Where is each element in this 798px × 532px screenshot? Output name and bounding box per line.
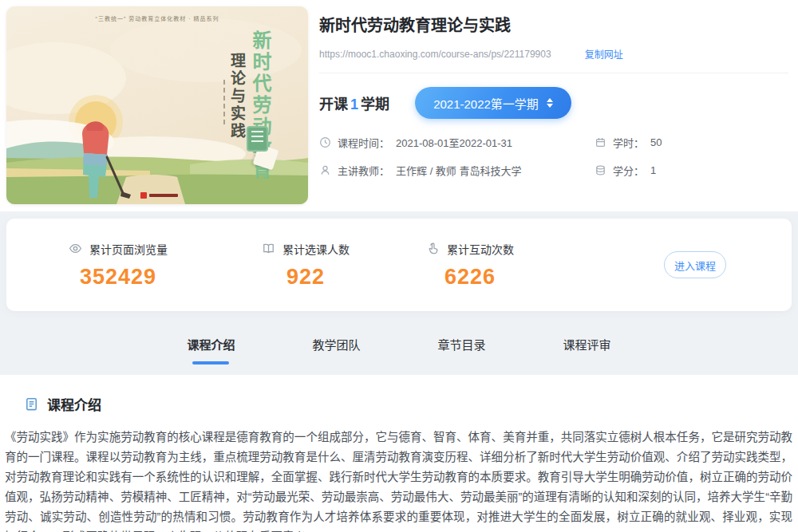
course-title: 新时代劳动教育理论与实践 xyxy=(319,0,788,36)
meta-credit: 学分：1 xyxy=(595,163,788,178)
semester-prefix: 开课 xyxy=(319,97,348,112)
clock-icon xyxy=(319,136,331,148)
tab-course-review[interactable]: 课程评审 xyxy=(563,336,611,365)
credit-label: 学分： xyxy=(613,163,644,178)
course-url: https://mooc1.chaoxing.com/course-ans/ps… xyxy=(319,49,551,60)
course-url-row: https://mooc1.chaoxing.com/course-ans/ps… xyxy=(319,47,788,61)
course-cover-image: “三教统一” 劳动教育立体化教材 · 精品系列 新时代劳动教育 理论与实践 xyxy=(6,6,308,204)
stat-enrolled: 累计选课人数 922 xyxy=(262,241,350,290)
eye-icon xyxy=(69,242,82,255)
stat-value: 352429 xyxy=(80,265,156,290)
course-info: 新时代劳动教育理论与实践 https://mooc1.chaoxing.com/… xyxy=(319,0,788,178)
stats-and-tabs-section: 累计页面浏览量 352429 累计选课人数 922 累计互动次数 6226 进入… xyxy=(0,211,798,375)
stat-label: 累计互动次数 xyxy=(447,241,514,257)
document-icon xyxy=(24,396,39,412)
book-icon xyxy=(262,242,275,255)
semester-suffix: 学期 xyxy=(361,97,389,112)
stat-enrolled-labelrow: 累计选课人数 xyxy=(262,241,350,257)
course-header: “三教统一” 劳动教育立体化教材 · 精品系列 新时代劳动教育 理论与实践 新时… xyxy=(0,0,798,211)
enter-course-button[interactable]: 进入课程 xyxy=(664,251,726,278)
stat-label: 累计选课人数 xyxy=(282,241,350,257)
semester-select[interactable]: 2021-2022第一学期 xyxy=(415,87,571,119)
tab-chapter-list[interactable]: 章节目录 xyxy=(438,336,486,365)
course-intro-section: 课程介绍 《劳动实践》作为实施劳动教育的核心课程是德育教育的一个组成部分，它与德… xyxy=(0,375,798,532)
course-time-value: 2021-08-01至2022-01-31 xyxy=(396,135,512,150)
stat-value: 922 xyxy=(286,265,325,290)
semester-row: 开课1学期 2021-2022第一学期 xyxy=(319,87,788,119)
cover-publisher-seal xyxy=(247,126,268,152)
stat-label: 累计页面浏览量 xyxy=(89,241,168,257)
stat-page-views: 累计页面浏览量 352429 xyxy=(69,241,168,290)
stats-card: 累计页面浏览量 352429 累计选课人数 922 累计互动次数 6226 进入… xyxy=(6,219,792,311)
meta-course-time: 课程时间：2021-08-01至2022-01-31 xyxy=(319,135,595,150)
meta-teacher: 主讲教师：王作辉 / 教师 青岛科技大学 xyxy=(319,163,595,178)
cover-author-line xyxy=(223,80,225,124)
cover-publisher-logo xyxy=(140,192,178,199)
tab-teaching-team[interactable]: 教学团队 xyxy=(312,336,360,365)
teacher-value: 王作辉 / 教师 青岛科技大学 xyxy=(396,163,521,178)
course-time-label: 课程时间： xyxy=(338,135,389,150)
teacher-label: 主讲教师： xyxy=(338,163,389,178)
stat-interactions-labelrow: 累计互动次数 xyxy=(426,241,514,257)
intro-paragraph: 《劳动实践》作为实施劳动教育的核心课程是德育教育的一个组成部分，它与德育、智育、… xyxy=(5,428,792,532)
course-tabs: 课程介绍 教学团队 章节目录 课程评审 xyxy=(6,336,792,365)
semester-count: 1 xyxy=(348,97,361,112)
credit-value: 1 xyxy=(650,164,656,176)
course-meta: 课程时间：2021-08-01至2022-01-31 学时：50 主讲教师：王作… xyxy=(319,135,788,178)
stat-value: 6226 xyxy=(444,265,496,290)
chevron-updown-icon xyxy=(547,98,553,108)
calendar-icon xyxy=(595,136,606,148)
tab-course-intro[interactable]: 课程介绍 xyxy=(187,336,235,365)
intro-heading: 课程介绍 xyxy=(47,394,101,414)
credits-icon xyxy=(595,164,606,176)
hours-label: 学时： xyxy=(613,135,644,150)
divider xyxy=(319,73,788,73)
cover-series-caption: “三教统一” 劳动教育立体化教材 · 精品系列 xyxy=(6,14,308,22)
tap-icon xyxy=(426,242,440,255)
stat-interactions: 累计互动次数 6226 xyxy=(426,241,514,290)
copy-url-link[interactable]: 复制网址 xyxy=(585,47,623,61)
cover-title-sub: 理论与实践 xyxy=(226,53,247,140)
intro-heading-row: 课程介绍 xyxy=(24,394,798,414)
semester-label: 开课1学期 xyxy=(319,93,389,113)
stat-page-views-labelrow: 累计页面浏览量 xyxy=(69,241,168,257)
semester-selected-value: 2021-2022第一学期 xyxy=(433,95,539,112)
meta-hours: 学时：50 xyxy=(595,135,788,150)
hours-value: 50 xyxy=(650,136,662,148)
person-icon xyxy=(319,164,331,176)
